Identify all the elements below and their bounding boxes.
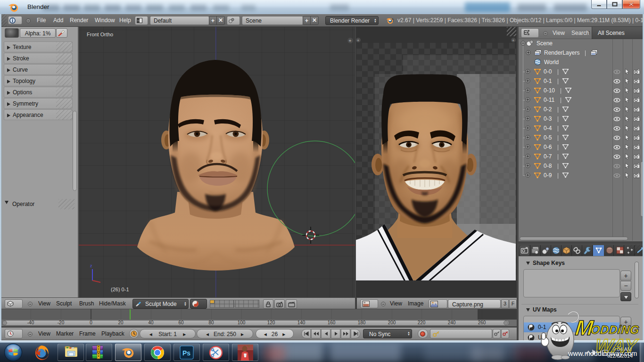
svg-text:+: + [512, 38, 514, 43]
svg-text:+: + [357, 38, 359, 43]
svg-text:ODDiNG: ODDiNG [590, 323, 640, 336]
svg-text:www.moddingway.com: www.moddingway.com [568, 350, 637, 357]
svg-text:Ps: Ps [182, 349, 190, 357]
svg-text:z: z [90, 263, 92, 268]
svg-text:+: + [349, 38, 352, 43]
